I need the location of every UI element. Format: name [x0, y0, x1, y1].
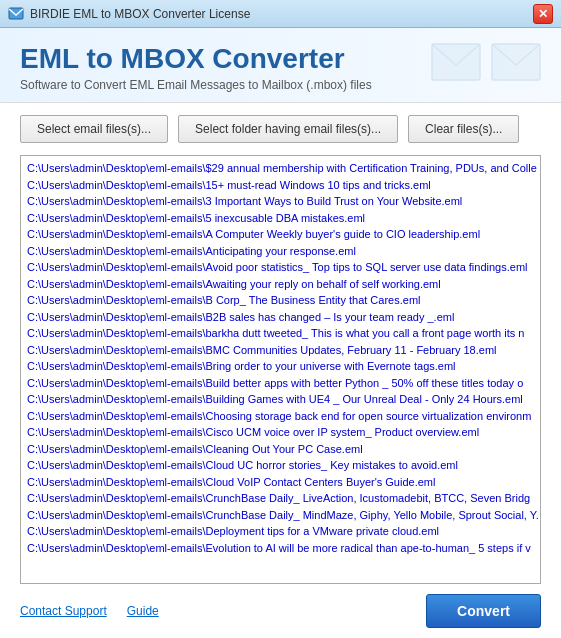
file-list[interactable]: C:\Users\admin\Desktop\eml-emails\$29 an… [21, 156, 540, 583]
list-item: C:\Users\admin\Desktop\eml-emails\Cleani… [25, 441, 536, 458]
list-item: C:\Users\admin\Desktop\eml-emails\Build … [25, 375, 536, 392]
envelope-icon-1 [431, 43, 481, 81]
header-icons [431, 43, 541, 81]
close-button[interactable]: ✕ [533, 4, 553, 24]
title-bar-left: BIRDIE EML to MBOX Converter License [8, 6, 250, 22]
list-item: C:\Users\admin\Desktop\eml-emails\5 inex… [25, 210, 536, 227]
file-list-container: C:\Users\admin\Desktop\eml-emails\$29 an… [20, 155, 541, 584]
select-files-button[interactable]: Select email files(s)... [20, 115, 168, 143]
list-item: C:\Users\admin\Desktop\eml-emails\Antici… [25, 243, 536, 260]
list-item: C:\Users\admin\Desktop\eml-emails\Avoid … [25, 259, 536, 276]
list-item: C:\Users\admin\Desktop\eml-emails\$29 an… [25, 160, 536, 177]
list-item: C:\Users\admin\Desktop\eml-emails\Buildi… [25, 391, 536, 408]
svg-rect-0 [9, 8, 23, 19]
list-item: C:\Users\admin\Desktop\eml-emails\B2B sa… [25, 309, 536, 326]
main-content: EML to MBOX Converter Software to Conver… [0, 28, 561, 638]
list-item: C:\Users\admin\Desktop\eml-emails\Cisco … [25, 424, 536, 441]
clear-files-button[interactable]: Clear files(s)... [408, 115, 519, 143]
select-folder-button[interactable]: Select folder having email files(s)... [178, 115, 398, 143]
guide-link[interactable]: Guide [127, 604, 159, 618]
list-item: C:\Users\admin\Desktop\eml-emails\Deploy… [25, 523, 536, 540]
convert-button[interactable]: Convert [426, 594, 541, 628]
list-item: C:\Users\admin\Desktop\eml-emails\Evolut… [25, 540, 536, 557]
footer-area: Contact Support Guide Convert [0, 584, 561, 638]
footer-links: Contact Support Guide [20, 604, 159, 618]
list-item: C:\Users\admin\Desktop\eml-emails\BMC Co… [25, 342, 536, 359]
list-item: C:\Users\admin\Desktop\eml-emails\barkha… [25, 325, 536, 342]
envelope-icon-2 [491, 43, 541, 81]
list-item: C:\Users\admin\Desktop\eml-emails\Cloud … [25, 474, 536, 491]
buttons-area: Select email files(s)... Select folder h… [0, 103, 561, 155]
list-item: C:\Users\admin\Desktop\eml-emails\A Comp… [25, 226, 536, 243]
list-item: C:\Users\admin\Desktop\eml-emails\Crunch… [25, 507, 536, 524]
list-item: C:\Users\admin\Desktop\eml-emails\Awaiti… [25, 276, 536, 293]
list-item: C:\Users\admin\Desktop\eml-emails\15+ mu… [25, 177, 536, 194]
header-area: EML to MBOX Converter Software to Conver… [0, 28, 561, 103]
contact-support-link[interactable]: Contact Support [20, 604, 107, 618]
list-item: C:\Users\admin\Desktop\eml-emails\Cloud … [25, 457, 536, 474]
list-item: C:\Users\admin\Desktop\eml-emails\3 Impo… [25, 193, 536, 210]
title-bar: BIRDIE EML to MBOX Converter License ✕ [0, 0, 561, 28]
list-item: C:\Users\admin\Desktop\eml-emails\Crunch… [25, 490, 536, 507]
title-bar-text: BIRDIE EML to MBOX Converter License [30, 7, 250, 21]
app-icon [8, 6, 24, 22]
list-item: C:\Users\admin\Desktop\eml-emails\Choosi… [25, 408, 536, 425]
list-item: C:\Users\admin\Desktop\eml-emails\Bring … [25, 358, 536, 375]
list-item: C:\Users\admin\Desktop\eml-emails\B Corp… [25, 292, 536, 309]
